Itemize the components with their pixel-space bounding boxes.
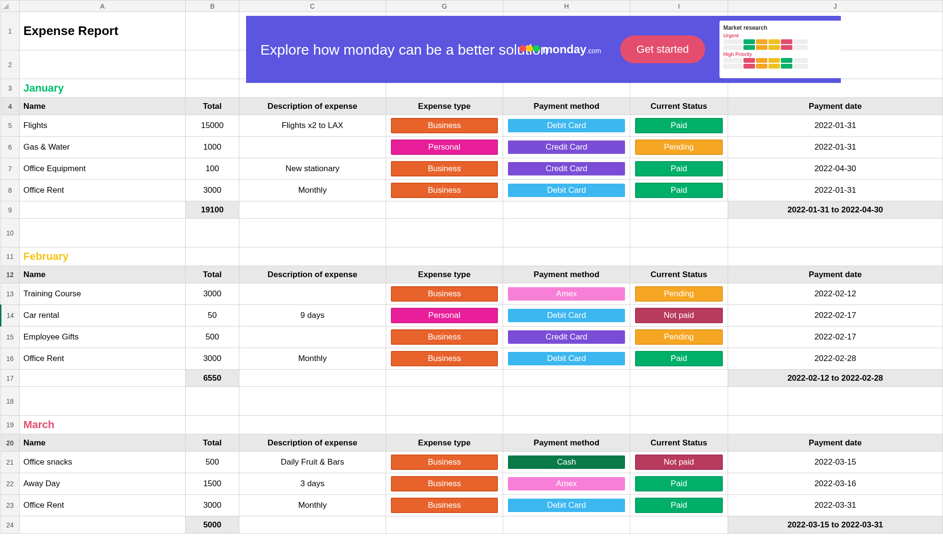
cell[interactable]: Business (386, 115, 503, 137)
table-row[interactable]: 15Employee Gifts500BusinessCredit CardPe… (1, 327, 943, 348)
cell[interactable]: Paid (630, 180, 728, 201)
cell-date[interactable]: 2022-01-31 (728, 137, 943, 158)
row-header-2[interactable]: 2 (1, 50, 20, 79)
cell-date[interactable]: 2022-04-30 (728, 158, 943, 180)
cell[interactable]: Credit Card (503, 327, 630, 348)
table-row[interactable]: 14Car rental509 daysPersonalDebit CardNo… (1, 305, 943, 327)
row-header-15[interactable]: 15 (1, 327, 20, 348)
table-row[interactable]: 16Office Rent3000MonthlyBusinessDebit Ca… (1, 348, 943, 370)
cell[interactable]: Debit Card (503, 495, 630, 516)
cell-total[interactable]: 100 (186, 158, 239, 180)
cell[interactable]: Credit Card (503, 158, 630, 180)
row-header-5[interactable]: 5 (1, 115, 20, 137)
col-header-J[interactable]: J (728, 0, 943, 12)
row-header-7[interactable]: 7 (1, 158, 20, 180)
row-header-6[interactable]: 6 (1, 137, 20, 158)
row-header-21[interactable]: 21 (1, 452, 20, 473)
cell-desc[interactable]: Flights x2 to LAX (239, 115, 386, 137)
cell[interactable]: Pending (630, 327, 728, 348)
row-header-23[interactable]: 23 (1, 495, 20, 516)
cell-desc[interactable]: 9 days (239, 305, 386, 327)
row-header-16[interactable]: 16 (1, 348, 20, 370)
col-header-G[interactable]: G (386, 0, 503, 12)
table-row[interactable]: 23Office Rent3000MonthlyBusinessDebit Ca… (1, 495, 943, 516)
col-header-C[interactable]: C (239, 0, 386, 12)
row-header-14[interactable]: 14 (1, 305, 20, 327)
cell[interactable]: Business (386, 348, 503, 370)
row-header-8[interactable]: 8 (1, 180, 20, 201)
cell-total[interactable]: 1500 (186, 473, 239, 495)
cell-total[interactable]: 15000 (186, 115, 239, 137)
cell[interactable]: Amex (503, 473, 630, 495)
cell-date[interactable]: 2022-01-31 (728, 115, 943, 137)
cell-desc[interactable]: 3 days (239, 473, 386, 495)
row-header-22[interactable]: 22 (1, 473, 20, 495)
col-header-I[interactable]: I (630, 0, 728, 12)
cell-desc[interactable]: New stationary (239, 158, 386, 180)
cell-date[interactable]: 2022-03-16 (728, 473, 943, 495)
cell-desc[interactable]: Monthly (239, 495, 386, 516)
cell-desc[interactable] (239, 283, 386, 305)
cell[interactable]: Amex (503, 283, 630, 305)
cell[interactable]: Paid (630, 348, 728, 370)
cell-date[interactable]: 2022-02-17 (728, 327, 943, 348)
cell-total[interactable]: 3000 (186, 180, 239, 201)
cell[interactable]: Business (386, 452, 503, 473)
cell-desc[interactable]: Daily Fruit & Bars (239, 452, 386, 473)
table-row[interactable]: 21Office snacks500Daily Fruit & BarsBusi… (1, 452, 943, 473)
cell-name[interactable]: Employee Gifts (19, 327, 185, 348)
cell[interactable]: Credit Card (503, 137, 630, 158)
row-header-19[interactable]: 19 (1, 416, 20, 434)
col-header-A[interactable]: A (19, 0, 185, 12)
cell-date[interactable]: 2022-03-15 (728, 452, 943, 473)
select-all-corner[interactable] (1, 0, 20, 12)
cell[interactable]: Paid (630, 495, 728, 516)
cell-date[interactable]: 2022-03-31 (728, 495, 943, 516)
cell[interactable]: Debit Card (503, 348, 630, 370)
table-row[interactable]: 13Training Course3000BusinessAmexPending… (1, 283, 943, 305)
cell-date[interactable]: 2022-02-12 (728, 283, 943, 305)
row-header-24[interactable]: 24 (1, 516, 20, 534)
cell-total[interactable]: 1000 (186, 137, 239, 158)
row-header-1[interactable]: 1 (1, 12, 20, 50)
cell-name[interactable]: Away Day (19, 473, 185, 495)
cell-date[interactable]: 2022-02-28 (728, 348, 943, 370)
cell-name[interactable]: Training Course (19, 283, 185, 305)
cell-total[interactable]: 500 (186, 452, 239, 473)
table-row[interactable]: 22Away Day15003 daysBusinessAmexPaid2022… (1, 473, 943, 495)
table-row[interactable]: 5Flights15000Flights x2 to LAXBusinessDe… (1, 115, 943, 137)
row-header-18[interactable]: 18 (1, 387, 20, 416)
cell[interactable]: Paid (630, 473, 728, 495)
spreadsheet-grid[interactable]: A B C G H I J 1Expense Report Explore ho… (0, 0, 943, 534)
cell-name[interactable]: Gas & Water (19, 137, 185, 158)
cell-total[interactable]: 50 (186, 305, 239, 327)
cell[interactable]: Debit Card (503, 305, 630, 327)
cell-total[interactable]: 3000 (186, 348, 239, 370)
row-header-12[interactable]: 12 (1, 266, 20, 283)
table-row[interactable]: 8Office Rent3000MonthlyBusinessDebit Car… (1, 180, 943, 201)
cell-name[interactable]: Flights (19, 115, 185, 137)
table-row[interactable]: 7Office Equipment100New stationaryBusine… (1, 158, 943, 180)
cell-desc[interactable]: Monthly (239, 348, 386, 370)
cell-date[interactable]: 2022-01-31 (728, 180, 943, 201)
get-started-button[interactable]: Get started (620, 35, 705, 63)
row-header-11[interactable]: 11 (1, 247, 20, 266)
col-header-B[interactable]: B (186, 0, 239, 12)
cell[interactable]: Business (386, 283, 503, 305)
cell[interactable]: Paid (630, 158, 728, 180)
cell[interactable]: Business (386, 495, 503, 516)
row-header-17[interactable]: 17 (1, 370, 20, 387)
cell-desc[interactable] (239, 327, 386, 348)
cell[interactable]: Business (386, 327, 503, 348)
cell[interactable]: Paid (630, 115, 728, 137)
cell[interactable]: Business (386, 473, 503, 495)
cell-name[interactable]: Office Rent (19, 180, 185, 201)
cell[interactable]: Not paid (630, 452, 728, 473)
cell[interactable]: Not paid (630, 305, 728, 327)
cell[interactable]: Personal (386, 137, 503, 158)
cell-total[interactable]: 500 (186, 327, 239, 348)
cell-desc[interactable]: Monthly (239, 180, 386, 201)
cell[interactable]: Business (386, 180, 503, 201)
cell-name[interactable]: Car rental (19, 305, 185, 327)
cell-total[interactable]: 3000 (186, 495, 239, 516)
